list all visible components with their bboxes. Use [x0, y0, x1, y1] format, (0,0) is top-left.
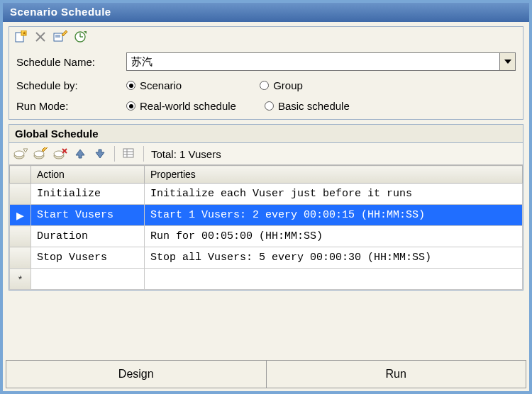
radio-label: Real-world schedule: [140, 100, 236, 112]
col-action[interactable]: Action: [31, 166, 145, 184]
svg-marker-19: [42, 147, 48, 152]
cell-properties[interactable]: Run for 00:05:00 (HH:MM:SS): [145, 226, 523, 247]
cell-action[interactable]: Start Vusers: [31, 205, 145, 226]
table-row[interactable]: DurationRun for 00:05:00 (HH:MM:SS): [10, 226, 523, 247]
svg-point-18: [34, 151, 44, 157]
svg-marker-16: [23, 149, 28, 152]
global-schedule-toolbar: Total: 1 Vusers: [9, 143, 523, 165]
radio-label: Basic schedule: [278, 100, 350, 112]
schedule-name-input[interactable]: [127, 53, 499, 70]
add-action-icon[interactable]: [13, 147, 28, 161]
cell-action[interactable]: Stop Vusers: [31, 247, 145, 269]
run-mode-label: Run Mode:: [16, 100, 126, 112]
window-title: Scenario Schedule: [3, 3, 529, 22]
svg-text:★: ★: [22, 30, 26, 35]
rowheader-corner: [10, 166, 31, 184]
table-row[interactable]: InitializeInitialize each Vuser just bef…: [10, 184, 523, 205]
table-row[interactable]: Stop VusersStop all Vusers: 5 every 00:0…: [10, 247, 523, 269]
cell-action[interactable]: [31, 269, 145, 290]
add-row-marker: *: [10, 269, 31, 290]
radio-icon: [126, 81, 135, 90]
grid-options-icon[interactable]: [122, 147, 136, 161]
schedule-toolbar: ★: [9, 27, 523, 48]
global-schedule-title: Global Schedule: [9, 125, 523, 143]
schedule-by-group-radio[interactable]: Group: [260, 79, 303, 91]
totals-label: Total: 1 Vusers: [151, 148, 221, 160]
separator: [143, 146, 144, 162]
cell-properties[interactable]: Start 1 Vusers: 2 every 00:00:15 (HH:MM:…: [145, 205, 523, 226]
svg-marker-13: [504, 60, 511, 64]
cell-properties[interactable]: [145, 269, 523, 290]
chevron-down-icon: [504, 60, 511, 64]
row-indicator: [10, 184, 31, 205]
edit-action-icon[interactable]: [33, 147, 48, 161]
schedule-name-dropdown-button[interactable]: [499, 53, 515, 70]
svg-rect-26: [123, 149, 133, 157]
schedule-by-label: Schedule by:: [16, 79, 126, 91]
move-up-icon[interactable]: [73, 147, 87, 161]
row-indicator: [10, 247, 31, 269]
global-schedule-panel: Global Schedule Total: 1 Vusers: [9, 124, 523, 291]
run-mode-basic-radio[interactable]: Basic schedule: [265, 100, 350, 112]
schedule-by-scenario-radio[interactable]: Scenario: [126, 79, 182, 91]
radio-label: Scenario: [140, 79, 182, 91]
svg-point-15: [14, 151, 24, 157]
move-down-icon[interactable]: [93, 147, 107, 161]
schedule-settings-panel: ★ Schedule Name: Schedule by:: [9, 26, 523, 120]
table-row[interactable]: ▶Start VusersStart 1 Vusers: 2 every 00:…: [10, 205, 523, 226]
cell-action[interactable]: Initialize: [31, 184, 145, 205]
svg-point-21: [54, 151, 64, 157]
clock-schedule-icon[interactable]: [73, 30, 87, 44]
radio-icon: [265, 101, 274, 111]
rename-schedule-icon[interactable]: [53, 30, 67, 44]
svg-marker-25: [96, 150, 104, 158]
radio-icon: [260, 81, 269, 90]
radio-label: Group: [273, 79, 303, 91]
col-properties[interactable]: Properties: [145, 166, 523, 184]
cell-action[interactable]: Duration: [31, 226, 145, 247]
row-indicator: [10, 226, 31, 247]
separator: [114, 146, 115, 162]
delete-action-icon[interactable]: [53, 147, 67, 161]
table-row-new[interactable]: *: [10, 269, 523, 290]
tab-design[interactable]: Design: [6, 360, 267, 388]
delete-schedule-icon[interactable]: [33, 30, 48, 44]
schedule-name-label: Schedule Name:: [16, 56, 126, 68]
new-schedule-icon[interactable]: ★: [13, 30, 28, 44]
svg-marker-24: [76, 150, 84, 158]
radio-icon: [126, 101, 135, 111]
schedule-name-combo[interactable]: [126, 52, 516, 71]
tab-run[interactable]: Run: [267, 360, 527, 388]
actions-table: Action Properties InitializeInitialize e…: [9, 165, 523, 290]
cell-properties[interactable]: Initialize each Vuser just before it run…: [145, 184, 523, 205]
row-indicator: ▶: [10, 205, 31, 226]
cell-properties[interactable]: Stop all Vusers: 5 every 00:00:30 (HH:MM…: [145, 247, 523, 269]
run-mode-real-radio[interactable]: Real-world schedule: [126, 100, 236, 112]
